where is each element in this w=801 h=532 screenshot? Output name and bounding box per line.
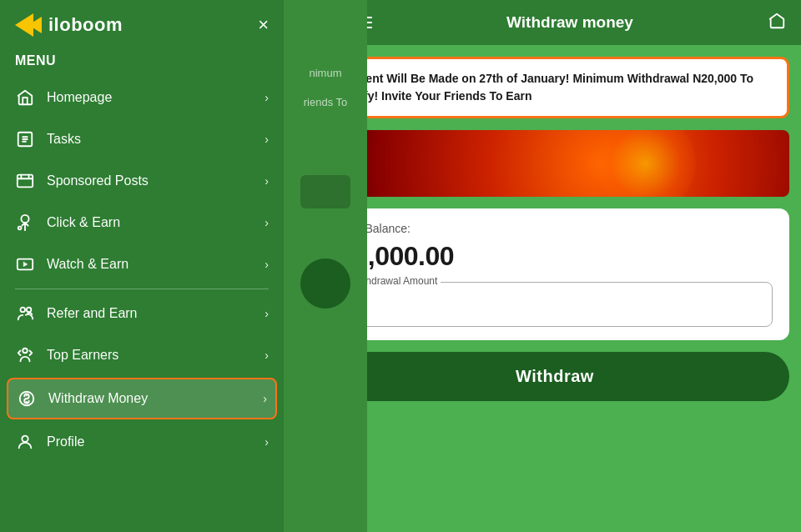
svg-point-10 — [22, 436, 28, 442]
sidebar-item-click-earn[interactable]: Click & Earn › — [0, 202, 284, 243]
withdrawal-input[interactable] — [351, 294, 758, 314]
peek-button — [300, 258, 350, 309]
logo-triangle-icon-2 — [28, 17, 42, 33]
svg-point-6 — [21, 308, 26, 313]
watch-icon — [15, 254, 35, 274]
right-header: Withdraw money — [309, 0, 801, 45]
chevron-icon: › — [264, 174, 269, 188]
sidebar-item-top-earners-label: Top Earners — [47, 348, 118, 363]
header-home-icon-right[interactable] — [768, 12, 786, 33]
background-image-area — [320, 130, 789, 197]
chevron-icon: › — [264, 349, 269, 362]
chevron-icon: › — [264, 435, 269, 449]
svg-point-8 — [23, 349, 28, 354]
chevron-icon: › — [264, 133, 269, 146]
logo-badge — [15, 13, 42, 37]
click-icon — [15, 213, 35, 233]
tasks-icon — [15, 129, 35, 149]
sidebar-item-click-earn-label: Click & Earn — [47, 215, 120, 230]
sidebar-item-watch-earn-label: Watch & Earn — [47, 257, 128, 272]
menu-label: MENU — [0, 48, 284, 77]
bg-glow — [596, 130, 696, 197]
chevron-icon: › — [264, 258, 269, 271]
close-button[interactable]: × — [258, 16, 269, 34]
sidebar-item-tasks-label: Tasks — [47, 132, 81, 147]
page-title: Withdraw money — [380, 13, 759, 32]
svg-point-7 — [27, 308, 32, 313]
sidebar-item-profile[interactable]: Profile › — [0, 421, 284, 463]
alert-banner: Payment Will Be Made on 27th of January!… — [320, 57, 789, 118]
sidebar-item-profile-label: Profile — [47, 434, 84, 449]
sidebar-item-sponsored-posts[interactable]: Sponsored Posts › — [0, 160, 284, 202]
sidebar-item-sponsored-label: Sponsored Posts — [47, 173, 149, 188]
sidebar-item-refer-earn-label: Refer and Earn — [47, 306, 138, 321]
balance-amount: ₦2,000.00 — [337, 240, 773, 272]
peek-card — [300, 175, 350, 208]
alert-text: Payment Will Be Made on 27th of January!… — [335, 72, 753, 103]
svg-marker-5 — [23, 262, 28, 267]
sidebar-item-withdraw-money[interactable]: Withdraw Money › — [7, 378, 277, 419]
peek-panel: nimum riends To — [284, 0, 367, 532]
home-icon — [15, 88, 35, 108]
svg-rect-1 — [18, 175, 33, 188]
withdraw-button[interactable]: Withdraw — [320, 352, 789, 401]
logo-area: iloboom — [15, 13, 123, 37]
refer-icon — [15, 304, 35, 324]
app-name: iloboom — [48, 14, 123, 36]
divider — [15, 289, 269, 289]
withdrawal-field[interactable]: Withdrawal Amount — [337, 282, 773, 327]
balance-card: Total Balance: ₦2,000.00 Withdrawal Amou… — [320, 208, 789, 340]
chevron-icon: › — [264, 91, 269, 104]
sidebar-item-homepage-label: Homepage — [47, 90, 112, 105]
menu-items: Homepage › Tasks › Sponsored Posts › Cli… — [0, 77, 284, 532]
balance-label: Total Balance: — [337, 222, 773, 235]
withdraw-icon — [17, 389, 37, 409]
peek-text-1: nimum — [302, 67, 348, 79]
sidebar-item-top-earners[interactable]: Top Earners › — [0, 334, 284, 376]
sidebar-item-refer-earn[interactable]: Refer and Earn › — [0, 293, 284, 334]
peek-text-2: riends To — [297, 96, 355, 108]
profile-icon — [15, 432, 35, 452]
sponsored-icon — [15, 171, 35, 191]
sidebar-header: iloboom × — [0, 0, 284, 48]
sidebar-item-tasks[interactable]: Tasks › — [0, 118, 284, 160]
sidebar-item-withdraw-money-label: Withdraw Money — [48, 391, 148, 406]
chevron-icon: › — [264, 216, 269, 229]
chevron-icon: › — [263, 392, 267, 405]
sidebar-item-watch-earn[interactable]: Watch & Earn › — [0, 243, 284, 285]
sidebar: iloboom × MENU Homepage › Tasks › Spons — [0, 0, 284, 532]
right-panel: Withdraw money Payment Will Be Made on 2… — [309, 0, 801, 532]
right-panel-content: Payment Will Be Made on 27th of January!… — [309, 45, 801, 532]
earners-icon — [15, 345, 35, 365]
main-area: nimum riends To Withdraw money — [284, 0, 801, 532]
sidebar-item-homepage[interactable]: Homepage › — [0, 77, 284, 118]
chevron-icon: › — [264, 307, 269, 320]
svg-point-2 — [18, 227, 22, 230]
